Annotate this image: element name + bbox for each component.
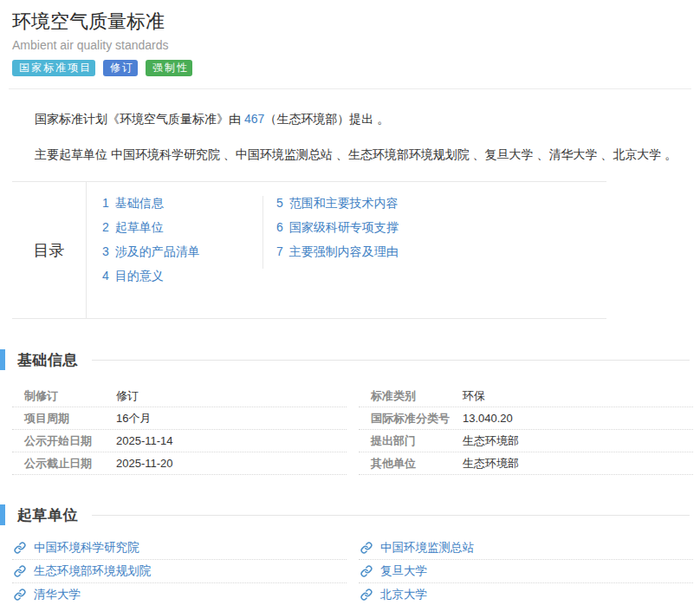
intro-paragraph-units: 主要起草单位 中国环境科学研究院 、中国环境监测总站 、生态环境部环境规划院 、… (35, 146, 688, 163)
units-left-column: 中国环境科学研究院 生态环境部环境规划院 清华大学 (12, 537, 347, 605)
intro-paragraph-plan: 国家标准计划《环境空气质量标准》由 467（生态环境部）提出 。 (35, 110, 688, 127)
intro-p1-prefix: 国家标准计划《环境空气质量标准》由 (35, 112, 244, 126)
section-accent-bar (0, 504, 5, 525)
table-row: 提出部门生态环境部 (359, 430, 693, 452)
drafting-units-section-header: 起草单位 (0, 504, 700, 526)
toc-item-purpose[interactable]: 4目的意义 (102, 269, 262, 283)
toc-item-mandatory-content[interactable]: 7主要强制内容及理由 (276, 244, 399, 258)
table-row: 标准类别环保 (359, 385, 693, 407)
basic-info-table: 制修订修订 项目周期16个月 公示开始日期2025-11-14 公示截止日期20… (12, 385, 700, 475)
page-subtitle: Ambient air quality standards (12, 38, 688, 52)
toc-column-2: 5范围和主要技术内容 6国家级科研专项支撑 7主要强制内容及理由 (262, 196, 399, 269)
basic-info-section-title: 基础信息 (17, 350, 78, 370)
list-item: 复旦大学 (359, 560, 693, 583)
unit-link-caep[interactable]: 生态环境部环境规划院 (34, 563, 151, 579)
toc-item-scope[interactable]: 5范围和主要技术内容 (276, 196, 399, 210)
units-right-column: 中国环境监测总站 复旦大学 北京大学 (359, 537, 693, 605)
section-accent-bar (0, 349, 5, 370)
tag-mandatory: 强制性 (146, 60, 192, 76)
toc-item-drafting-units[interactable]: 2起草单位 (102, 220, 262, 234)
intro-p2-label: 主要起草单位 (35, 147, 111, 161)
link-icon (360, 589, 373, 601)
intro-p2-suffix: 。 (661, 147, 677, 161)
table-row: 项目周期16个月 (12, 407, 347, 430)
unit-link-tsinghua[interactable]: 清华大学 (34, 587, 81, 602)
tag-row: 国家标准项目 修订 强制性 (12, 60, 688, 76)
intro-p2-unit-list: 中国环境科学研究院 、中国环境监测总站 、生态环境部环境规划院 、复旦大学 、清… (111, 147, 661, 161)
toc-item-basic-info[interactable]: 1基础信息 (102, 196, 262, 210)
page-title: 环境空气质量标准 (12, 10, 688, 33)
unit-link-fudan[interactable]: 复旦大学 (380, 563, 427, 579)
drafting-units-list: 中国环境科学研究院 生态环境部环境规划院 清华大学 中国环境监测总站 复旦大学 … (12, 537, 700, 605)
toc-label: 目录 (12, 182, 87, 318)
list-item: 北京大学 (359, 583, 693, 605)
table-row: 制修订修订 (12, 385, 347, 407)
toc-item-research-support[interactable]: 6国家级科研专项支撑 (276, 220, 399, 234)
unit-link-peking[interactable]: 北京大学 (380, 587, 427, 602)
link-icon (360, 565, 373, 577)
table-row: 公示截止日期2025-11-20 (12, 452, 347, 475)
toc-body: 1基础信息 2起草单位 3涉及的产品清单 4目的意义 5范围和主要技术内容 6国… (87, 182, 399, 318)
link-icon (14, 542, 26, 554)
basic-info-right-column: 标准类别环保 国际标准分类号13.040.20 提出部门生态环境部 其他单位生态… (359, 385, 693, 475)
list-item: 中国环境科学研究院 (12, 537, 347, 560)
page-header: 环境空气质量标准 Ambient air quality standards 国… (0, 0, 700, 76)
unit-link-craes[interactable]: 中国环境科学研究院 (34, 540, 139, 556)
proposer-code-link[interactable]: 467 (244, 112, 264, 126)
tag-national-standard-project: 国家标准项目 (12, 60, 95, 76)
basic-info-left-column: 制修订修订 项目周期16个月 公示开始日期2025-11-14 公示截止日期20… (12, 385, 347, 475)
list-item: 生态环境部环境规划院 (12, 560, 347, 583)
table-of-contents: 目录 1基础信息 2起草单位 3涉及的产品清单 4目的意义 5范围和主要技术内容… (12, 181, 606, 319)
list-item: 清华大学 (12, 583, 347, 605)
tag-revision: 修订 (103, 60, 138, 76)
unit-link-cnemc[interactable]: 中国环境监测总站 (380, 540, 474, 556)
link-icon (14, 589, 26, 601)
toc-item-product-list[interactable]: 3涉及的产品清单 (102, 244, 262, 258)
toc-column-1: 1基础信息 2起草单位 3涉及的产品清单 4目的意义 (102, 196, 262, 293)
basic-info-section-header: 基础信息 (0, 348, 700, 371)
link-icon (360, 542, 373, 554)
list-item: 中国环境监测总站 (359, 537, 693, 560)
section-header-line (92, 515, 690, 516)
intro-p1-suffix: （生态环境部）提出 。 (264, 112, 389, 126)
other-unit-link[interactable]: 生态环境部 (463, 456, 519, 472)
section-header-line (92, 360, 690, 361)
table-row: 其他单位生态环境部 (359, 452, 693, 475)
header-divider (9, 88, 691, 89)
link-icon (14, 565, 26, 577)
intro-section: 国家标准计划《环境空气质量标准》由 467（生态环境部）提出 。 主要起草单位 … (35, 110, 688, 163)
proposing-department-link[interactable]: 生态环境部 (463, 433, 519, 449)
table-row: 国际标准分类号13.040.20 (359, 407, 693, 430)
table-row: 公示开始日期2025-11-14 (12, 430, 347, 452)
drafting-units-section-title: 起草单位 (17, 505, 78, 525)
